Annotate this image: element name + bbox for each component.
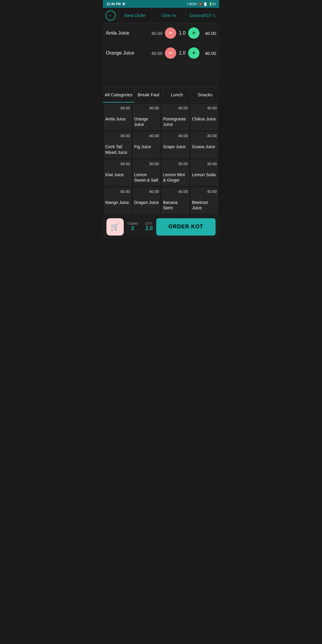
menu-item-price: 30.00 (163, 162, 188, 166)
status-mute-icon: 🔕 (199, 2, 202, 6)
footer-qty-stat: QTY 2.0 (145, 222, 153, 232)
tab-dine-in[interactable]: Dine In (152, 8, 186, 23)
menu-item-price: 40.00 (105, 134, 130, 138)
status-network: 1.8KB/s (187, 2, 197, 6)
menu-item-name: Fig Juice (134, 144, 151, 149)
menu-item[interactable]: 40.00 Mango Juice (103, 187, 132, 214)
order-item-price: 40.00 (148, 51, 162, 56)
menu-item[interactable]: 40.00 Grape Juice (161, 131, 190, 158)
menu-item-price: 40.00 (105, 162, 130, 166)
menu-item[interactable]: 30.00 Lemon Soda (190, 159, 219, 186)
menu-item-price: 40.00 (134, 189, 159, 194)
menu-item-price: 40.00 (105, 189, 130, 194)
menu-item[interactable]: 40.00 Cock Tail Mixed Juice (103, 131, 132, 158)
qty-plus-button[interactable]: + (188, 27, 199, 39)
footer-items-stat: ITEMS 2 (127, 222, 138, 232)
menu-item-price: 40.00 (163, 134, 188, 138)
qty-controls: − 1.0 + (165, 47, 199, 59)
items-label: ITEMS (127, 222, 138, 225)
items-value: 2 (131, 225, 134, 232)
cart-icon-button[interactable]: 🛒 (106, 218, 124, 236)
category-tab[interactable]: Snacks (191, 87, 219, 103)
qty-minus-button[interactable]: − (165, 47, 176, 59)
menu-item[interactable]: 40.00 Pomegrante Juice (161, 103, 190, 131)
menu-item-name: Pomegrante Juice (163, 116, 188, 127)
order-kot-button[interactable]: ORDER KOT (156, 218, 216, 236)
menu-item[interactable]: 30.00 Lemon Sweet & Salt (132, 159, 161, 186)
qty-label: QTY (145, 222, 153, 225)
menu-item-name: Amla Juice (105, 116, 126, 122)
menu-item-price: 40.00 (134, 106, 159, 110)
qty-plus-button[interactable]: + (188, 47, 199, 59)
empty-space (103, 63, 219, 87)
menu-item[interactable]: 40.00 Dragon Juice (132, 187, 161, 214)
menu-item-price: 40.00 (192, 134, 217, 138)
menu-item-name: Kiwi Juice (105, 172, 124, 177)
tab-new-order[interactable]: New Order (118, 8, 152, 23)
order-item-name: Amla Juice (106, 30, 145, 36)
category-tab[interactable]: Break Fast (134, 87, 163, 103)
menu-item-name: Guava Juice (192, 144, 215, 149)
category-tabs: All CategoriesBreak FastLunchSnacks (103, 87, 219, 103)
qty-minus-button[interactable]: − (165, 27, 176, 39)
app-header: ← New Order Dine In Ground/GT-1 (103, 8, 219, 23)
status-signal: ▐▌ (203, 2, 208, 6)
menu-item-name: Beetroot Juice (192, 200, 217, 210)
menu-item[interactable]: 40.00 Banana Stem (161, 187, 190, 214)
order-item-total: 40.00 (202, 31, 216, 36)
menu-item-name: Grape Juice (163, 144, 185, 149)
menu-item[interactable]: 40.00 Orange Juice (132, 103, 161, 131)
qty-value: 2.0 (145, 225, 153, 232)
menu-item[interactable]: 40.00 Amla Juice (103, 103, 132, 131)
menu-item[interactable]: 30.00 Lemon Mint & Ginger (161, 159, 190, 186)
order-item: Orange Juice 40.00 − 1.0 + 40.00 (103, 43, 219, 63)
header-tabs: New Order Dine In Ground/GT-1 (118, 8, 219, 23)
category-tab[interactable]: Lunch (163, 87, 191, 103)
menu-item-name: Banana Stem (163, 200, 188, 210)
status-battery: 🔋50 (209, 2, 216, 6)
footer-info: ITEMS 2 QTY 2.0 (127, 222, 153, 232)
menu-item[interactable]: 40.00 Chikoo Juice (190, 103, 219, 131)
qty-controls: − 1.0 + (165, 27, 199, 39)
menu-grid: 40.00 Amla Juice 40.00 Orange Juice 40.0… (103, 103, 219, 215)
menu-item-price: 30.00 (192, 162, 217, 166)
menu-item-name: Lemon Mint & Ginger (163, 172, 188, 183)
menu-item-name: Cock Tail Mixed Juice (105, 144, 130, 155)
menu-item-price: 40.00 (163, 106, 188, 110)
menu-item-price: 40.00 (192, 189, 217, 194)
menu-item[interactable]: 40.00 Beetroot Juice (190, 187, 219, 214)
status-bar: 12:46 PM 𝕻 1.8KB/s 🔕 ▐▌ 🔋50 (103, 0, 219, 8)
tab-table[interactable]: Ground/GT-1 (186, 8, 219, 23)
menu-item[interactable]: 40.00 Fig Juice (132, 131, 161, 158)
menu-item-price: 40.00 (163, 189, 188, 194)
qty-value: 1.0 (178, 50, 186, 56)
order-item-name: Orange Juice (106, 50, 145, 56)
menu-item-name: Mango Juice (105, 200, 129, 205)
footer: 🛒 ITEMS 2 QTY 2.0 ORDER KOT (103, 215, 219, 239)
menu-item[interactable]: 40.00 Kiwi Juice (103, 159, 132, 186)
category-tab[interactable]: All Categories (103, 87, 134, 103)
order-item: Amla Juice 40.00 − 1.0 + 40.00 (103, 23, 219, 43)
menu-item[interactable]: 40.00 Guava Juice (190, 131, 219, 158)
order-item-total: 40.00 (202, 51, 216, 56)
menu-item-price: 30.00 (134, 162, 159, 166)
menu-item-name: Lemon Sweet & Salt (134, 172, 159, 183)
menu-item-name: Lemon Soda (192, 172, 216, 177)
status-time: 12:46 PM (106, 2, 121, 6)
status-carrier: 𝕻 (123, 2, 125, 6)
menu-item-name: Dragon Juice (134, 200, 159, 205)
menu-item-price: 40.00 (192, 106, 217, 110)
order-section: Amla Juice 40.00 − 1.0 + 40.00 Orange Ju… (103, 23, 219, 87)
menu-item-name: Chikoo Juice (192, 116, 216, 122)
back-circle-icon: ← (106, 10, 116, 21)
qty-value: 1.0 (178, 30, 186, 36)
menu-item-price: 40.00 (105, 106, 130, 110)
order-item-price: 40.00 (148, 31, 162, 36)
menu-item-price: 40.00 (134, 134, 159, 138)
menu-item-name: Orange Juice (134, 116, 159, 127)
back-button[interactable]: ← (103, 8, 118, 23)
